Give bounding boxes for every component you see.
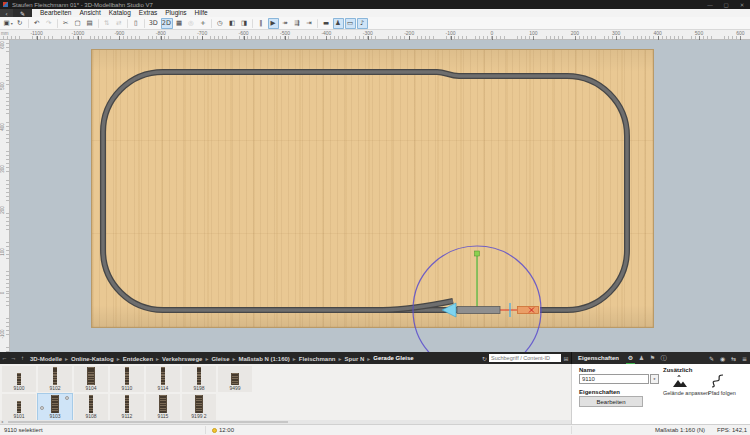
person-icon[interactable]: ♟ bbox=[636, 354, 647, 363]
properties-panel-header: Eigenschaften ⚙♟⚑ⓘ ✎◉⇆≡ bbox=[571, 352, 750, 364]
ruler-unit-label: mm bbox=[1, 31, 9, 36]
close-button[interactable]: ✕ bbox=[734, 2, 750, 8]
catalog-item-label: 9102 bbox=[49, 386, 60, 391]
link-icon[interactable]: ⇆ bbox=[728, 355, 739, 362]
scrollbar-thumb[interactable] bbox=[8, 421, 288, 423]
redo-button[interactable]: ↷ bbox=[44, 18, 55, 29]
ruler-tick-label: 0 bbox=[484, 30, 500, 40]
axis-y-knob[interactable] bbox=[475, 251, 480, 256]
reload-button[interactable]: ↻ bbox=[15, 18, 26, 29]
layout-canvas[interactable]: 6005004003002001000-100 bbox=[0, 40, 750, 352]
catalog-item[interactable]: 9102 bbox=[38, 366, 72, 392]
pencil-icon[interactable]: ✎ bbox=[706, 355, 717, 362]
flip-vertical-button[interactable]: ⇅ bbox=[102, 18, 113, 29]
flip-horizontal-button[interactable]: ⇄ bbox=[114, 18, 125, 29]
track-thumbnail bbox=[17, 373, 21, 385]
catalog-item[interactable]: 9114 bbox=[146, 366, 180, 392]
terrain-button-label: Gelände anpassen bbox=[663, 390, 709, 396]
skip-end-button[interactable]: ⇥ bbox=[304, 18, 315, 29]
gear-icon[interactable]: ⚙ bbox=[625, 354, 636, 363]
sound-button[interactable]: ♪ bbox=[357, 18, 368, 29]
terrain-adjust-button[interactable] bbox=[669, 373, 691, 389]
play-button[interactable]: ▶ bbox=[268, 18, 279, 29]
grid-button[interactable]: ▦ bbox=[174, 18, 185, 29]
terrain-icon bbox=[672, 375, 688, 388]
faster-forward-button[interactable]: ⇶ bbox=[292, 18, 303, 29]
breadcrumb-item[interactable]: Maßstab N (1:160) bbox=[238, 355, 298, 362]
breadcrumb-item[interactable]: Entdecken bbox=[123, 355, 162, 362]
catalog-item[interactable]: 9104 bbox=[74, 366, 108, 392]
undo-button[interactable]: ↶ bbox=[32, 18, 43, 29]
toolbar-icon: ◨ bbox=[241, 18, 247, 29]
toolbar-icon: ‖ bbox=[259, 18, 262, 29]
catalog-item[interactable]: 9499 bbox=[218, 366, 252, 392]
track-thumbnail bbox=[125, 395, 129, 413]
track-thumbnail bbox=[159, 395, 167, 413]
breadcrumb-item[interactable]: Online-Katalog bbox=[71, 355, 123, 362]
catalog-item[interactable]: 9198 bbox=[182, 366, 216, 392]
variant-badge[interactable] bbox=[65, 396, 69, 400]
toolbar-icon: ↶ bbox=[34, 18, 39, 29]
light-button[interactable]: ◎ bbox=[186, 18, 197, 29]
catalog-item[interactable]: 9115 bbox=[146, 394, 180, 420]
breadcrumb-item[interactable]: Fleischmann bbox=[299, 355, 345, 362]
new-object-button[interactable]: ▢ bbox=[73, 18, 84, 29]
hamburger-icon[interactable]: ≡ bbox=[739, 355, 750, 362]
track-thumbnail bbox=[195, 395, 203, 413]
nav-up-arrow[interactable]: ↑ bbox=[18, 355, 27, 361]
maximize-button[interactable]: ▢ bbox=[718, 2, 734, 8]
catalog-item[interactable]: 9110 bbox=[110, 366, 144, 392]
eye-icon[interactable]: ◉ bbox=[717, 355, 728, 362]
name-input[interactable] bbox=[579, 374, 649, 384]
variant-badge[interactable] bbox=[40, 406, 44, 410]
info-icon[interactable]: ⓘ bbox=[658, 354, 669, 363]
paste-button[interactable]: ▤ bbox=[85, 18, 96, 29]
status-divider bbox=[571, 426, 572, 434]
clock-button[interactable]: ◷ bbox=[215, 18, 226, 29]
flag-icon[interactable]: ⚑ bbox=[647, 354, 658, 363]
view-2d-button[interactable]: 2D bbox=[161, 18, 173, 29]
add-button[interactable]: + bbox=[198, 18, 209, 29]
catalog-item[interactable]: 9112 bbox=[110, 394, 144, 420]
band-mode-button[interactable]: ▭ bbox=[345, 18, 356, 29]
cut-button[interactable]: ✂ bbox=[61, 18, 72, 29]
view-3d-button[interactable]: 3D bbox=[148, 18, 160, 29]
catalog-item[interactable]: 9199 2 bbox=[182, 394, 216, 420]
breadcrumb-item[interactable]: Gerade Gleise bbox=[373, 355, 413, 361]
flat-ground-button[interactable]: ▬ bbox=[321, 18, 332, 29]
grid-view-icon[interactable]: ⊞ bbox=[561, 355, 571, 362]
catalog-item-label: 9104 bbox=[85, 386, 96, 391]
toolbar-icon: ⇶ bbox=[294, 18, 299, 29]
ruler-tick-label: 200 bbox=[567, 30, 583, 40]
catalog-item[interactable]: 9108 bbox=[74, 394, 108, 420]
catalog-item[interactable]: 9103 bbox=[38, 394, 72, 420]
bearbeiten-button[interactable]: Bearbeiten bbox=[579, 396, 643, 407]
breadcrumb-item[interactable]: Spur N bbox=[345, 355, 374, 362]
nav-back-arrow[interactable]: ← bbox=[0, 355, 9, 361]
catalog-item[interactable]: 9101 bbox=[2, 394, 36, 420]
track-thumbnail bbox=[197, 367, 201, 385]
refresh-icon[interactable]: ↻ bbox=[480, 355, 489, 362]
simulation-time: 12:00 bbox=[212, 427, 234, 433]
pause-button[interactable]: ‖ bbox=[256, 18, 267, 29]
save-button[interactable]: ▣▾ bbox=[3, 18, 14, 29]
selected-track-piece[interactable] bbox=[457, 307, 500, 314]
figure-mode-button[interactable]: ♟ bbox=[333, 18, 344, 29]
delete-button[interactable]: ▯ bbox=[131, 18, 142, 29]
title-bar: Staufen Fleischmann 01* - 3D-Modellbahn … bbox=[0, 0, 750, 9]
breadcrumb-item[interactable]: 3D-Modelle bbox=[30, 355, 71, 362]
highlighted-gap-piece[interactable] bbox=[518, 307, 539, 314]
nav-forward-arrow[interactable]: → bbox=[9, 355, 18, 361]
fast-forward-button[interactable]: ↠ bbox=[280, 18, 291, 29]
track-loop[interactable] bbox=[103, 72, 627, 310]
minimize-button[interactable]: — bbox=[702, 2, 718, 8]
search-input[interactable] bbox=[489, 354, 561, 362]
catalog-item[interactable]: 9100 bbox=[2, 366, 36, 392]
panel-right-button[interactable]: ◨ bbox=[239, 18, 250, 29]
breadcrumb-item[interactable]: Verkehrswege bbox=[162, 355, 211, 362]
panel-left-button[interactable]: ◧ bbox=[227, 18, 238, 29]
follow-path-button[interactable] bbox=[707, 373, 729, 389]
name-spinner-button[interactable]: * bbox=[650, 374, 659, 384]
toolbar-icon: ▬ bbox=[323, 18, 329, 29]
breadcrumb-item[interactable]: Gleise bbox=[211, 355, 238, 362]
